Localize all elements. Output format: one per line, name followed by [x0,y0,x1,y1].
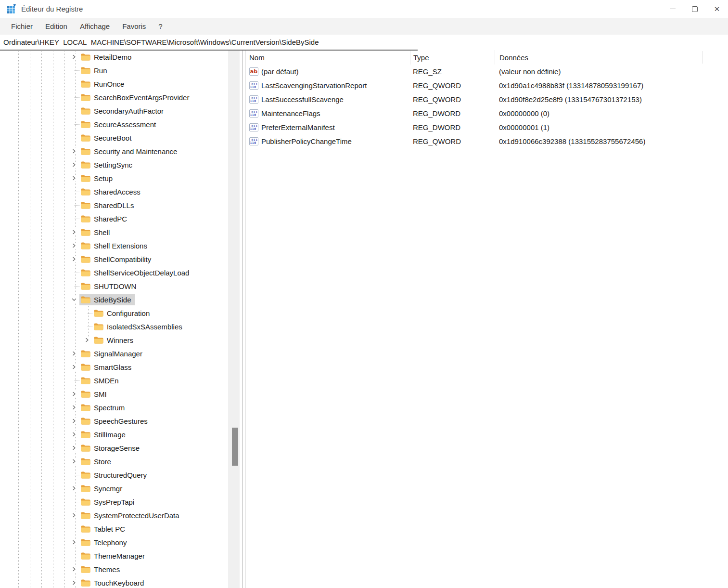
tree-item-shell-extensions[interactable]: Shell Extensions [0,239,228,252]
menu-help[interactable]: ? [152,20,168,32]
tree-item-shareddlls[interactable]: SharedDLLs [0,198,228,212]
tree-item-tablet-pc[interactable]: Tablet PC [0,522,228,536]
value-row-publisherpolicychangetime[interactable]: 011110PublisherPolicyChangeTimeREG_QWORD… [245,134,728,148]
tree-item-body[interactable]: SmartGlass [79,362,135,373]
tree-item-syncmgr[interactable]: Syncmgr [0,482,228,495]
tree-item-body[interactable]: SMI [79,389,110,400]
chevron-right-icon[interactable] [70,390,78,398]
chevron-right-icon[interactable] [70,511,78,519]
tree-item-secureassessment[interactable]: SecureAssessment [0,118,228,131]
tree-item-configuration[interactable]: Configuration [0,306,228,320]
tree-item-settingsync[interactable]: SettingSync [0,158,228,171]
tree-item-body[interactable]: Telephony [79,537,130,548]
chevron-right-icon[interactable] [70,53,78,61]
column-header-type[interactable]: Type [410,50,495,65]
value-name[interactable]: LastScavengingStarvationReport [261,81,367,90]
chevron-right-icon[interactable] [70,538,78,546]
minimize-button[interactable] [662,0,684,18]
chevron-right-icon[interactable] [70,457,78,465]
tree-item-body[interactable]: Setup [79,173,116,184]
value-row--par-d-faut-[interactable]: ab(par défaut)REG_SZ(valeur non définie) [245,65,728,78]
tree-item-isolatedsxsassemblies[interactable]: IsolatedSxSAssemblies [0,320,228,333]
tree-item-body[interactable]: SecureAssessment [79,119,159,130]
chevron-down-icon[interactable] [70,296,78,303]
chevron-right-icon[interactable] [70,228,78,236]
tree-item-secondaryauthfactor[interactable]: SecondaryAuthFactor [0,104,228,118]
tree-item-shutdown[interactable]: SHUTDOWN [0,279,228,293]
column-header-nom[interactable]: Nom [245,50,410,65]
chevron-right-icon[interactable] [70,444,78,452]
value-name[interactable]: PublisherPolicyChangeTime [261,137,352,145]
tree-item-security-and-maintenance[interactable]: Security and Maintenance [0,144,228,158]
tree-item-body[interactable]: Shell Extensions [79,240,151,251]
tree-item-body[interactable]: RunOnce [79,78,128,90]
tree-item-stillimage[interactable]: StillImage [0,428,228,441]
tree-item-body[interactable]: Shell [79,227,113,238]
tree-item-body[interactable]: StillImage [79,429,129,440]
tree-item-body[interactable]: SearchBoxEventArgsProvider [79,92,192,103]
tree-item-body[interactable]: IsolatedSxSAssemblies [92,321,186,332]
tree-item-smi[interactable]: SMI [0,387,228,401]
pane-divider[interactable] [242,50,245,588]
tree-item-body[interactable]: RetailDemo [79,52,135,63]
value-name[interactable]: PreferExternalManifest [261,123,335,131]
tree-item-body[interactable]: StructuredQuery [79,470,150,481]
tree-item-syspreptapi[interactable]: SysPrepTapi [0,495,228,509]
tree-item-sidebyside[interactable]: SideBySide [0,293,228,306]
tree-item-body[interactable]: Tablet PC [79,523,128,535]
tree-item-body[interactable]: SharedPC [79,213,130,224]
tree-item-winners[interactable]: Winners [0,333,228,347]
tree-item-secureboot[interactable]: SecureBoot [0,131,228,144]
tree-item-body[interactable]: Themes [79,564,123,575]
tree-item-body[interactable]: SettingSync [79,159,136,170]
chevron-right-icon[interactable] [70,363,78,371]
close-button[interactable]: ✕ [706,0,728,18]
tree-item-touchkeyboard[interactable]: TouchKeyboard [0,576,228,588]
tree-item-body[interactable]: SharedDLLs [79,200,137,211]
tree-item-body[interactable]: SMDEn [79,375,122,386]
tree-item-body[interactable]: Winners [92,335,137,346]
tree-item-body[interactable]: SpeechGestures [79,416,151,427]
tree-item-speechgestures[interactable]: SpeechGestures [0,414,228,428]
tree-item-themes[interactable]: Themes [0,562,228,576]
address-path[interactable]: Ordinateur\HKEY_LOCAL_MACHINE\SOFTWARE\M… [0,38,319,46]
value-row-lastsuccessfullscavenge[interactable]: 011110LastSuccessfullScavengeREG_QWORD0x… [245,92,728,106]
chevron-right-icon[interactable] [70,484,78,492]
value-name[interactable]: LastSuccessfullScavenge [261,95,344,104]
chevron-right-icon[interactable] [70,255,78,263]
tree-item-shellserviceobjectdelayload[interactable]: ShellServiceObjectDelayLoad [0,266,228,279]
tree-item-run[interactable]: Run [0,64,228,77]
tree-item-smden[interactable]: SMDEn [0,374,228,387]
chevron-right-icon[interactable] [70,147,78,155]
menu-fichier[interactable]: Fichier [5,20,39,32]
chevron-right-icon[interactable] [83,336,91,344]
menu-affichage[interactable]: Affichage [74,20,116,32]
tree-item-body[interactable]: SystemProtectedUserData [79,510,183,521]
tree-item-body[interactable]: Store [79,456,115,467]
tree-item-systemprotecteduserdata[interactable]: SystemProtectedUserData [0,509,228,522]
tree-item-runonce[interactable]: RunOnce [0,77,228,91]
tree-item-body[interactable]: SignalManager [79,348,146,359]
tree-item-shell[interactable]: Shell [0,225,228,239]
chevron-right-icon[interactable] [70,350,78,357]
tree-item-body[interactable]: Configuration [92,308,153,319]
tree-item-body[interactable]: SecondaryAuthFactor [79,105,167,117]
tree-item-thememanager[interactable]: ThemeManager [0,549,228,562]
value-row-preferexternalmanifest[interactable]: 011110PreferExternalManifestREG_DWORD0x0… [245,120,728,134]
chevron-right-icon[interactable] [70,242,78,249]
tree-item-body[interactable]: Spectrum [79,402,128,413]
tree-item-retaildemo[interactable]: RetailDemo [0,50,228,64]
chevron-right-icon[interactable] [70,431,78,438]
value-row-maintenanceflags[interactable]: 011110MaintenanceFlagsREG_DWORD0x0000000… [245,106,728,120]
tree-item-shellcompatibility[interactable]: ShellCompatibility [0,252,228,266]
chevron-right-icon[interactable] [70,579,78,587]
tree-item-store[interactable]: Store [0,455,228,468]
address-bar[interactable]: Ordinateur\HKEY_LOCAL_MACHINE\SOFTWARE\M… [0,35,728,50]
chevron-right-icon[interactable] [70,417,78,425]
tree-item-body[interactable]: ShellCompatibility [79,254,154,265]
tree-item-body[interactable]: Security and Maintenance [79,146,180,157]
tree-item-body[interactable]: SideBySide [79,294,135,305]
chevron-right-icon[interactable] [70,565,78,573]
tree-scrollbar[interactable] [228,50,240,588]
tree-item-sharedaccess[interactable]: SharedAccess [0,185,228,198]
